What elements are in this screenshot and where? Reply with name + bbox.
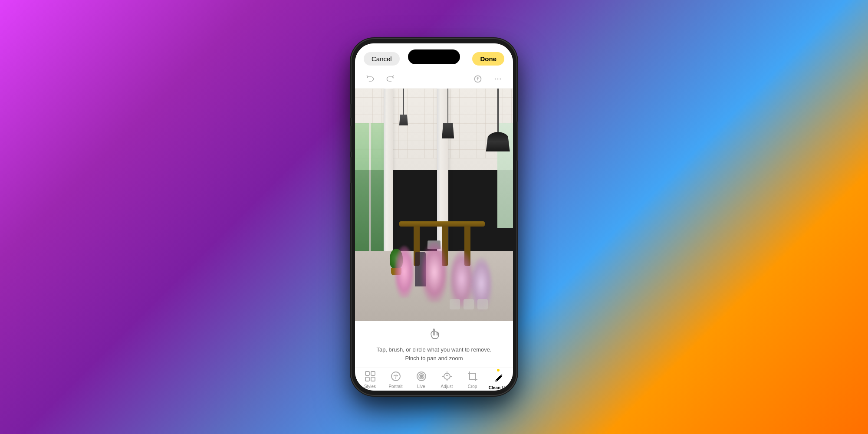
done-button[interactable]: Done xyxy=(472,52,504,66)
more-options-button[interactable] xyxy=(491,72,504,85)
svg-point-1 xyxy=(495,79,496,80)
crop-label: Crop xyxy=(468,384,477,389)
chair-3 xyxy=(477,299,488,309)
cancel-button[interactable]: Cancel xyxy=(364,52,400,66)
bottom-panel: Tap, brush, or circle what you want to r… xyxy=(355,321,513,391)
adjust-icon xyxy=(441,370,453,382)
phone-screen: Cancel Done xyxy=(355,43,513,391)
svg-rect-6 xyxy=(365,377,369,381)
phone-wrapper: Cancel Done xyxy=(352,39,516,395)
toolbar-live[interactable]: Live xyxy=(408,370,434,389)
chairs-row xyxy=(450,275,505,309)
live-icon xyxy=(415,370,427,382)
svg-point-10 xyxy=(420,375,423,378)
person-1 xyxy=(395,246,414,298)
styles-icon xyxy=(364,370,376,382)
portrait-icon: f xyxy=(390,370,402,382)
volume-up-button xyxy=(350,126,352,152)
lamp-center xyxy=(442,89,454,138)
edit-icons-row xyxy=(355,69,513,89)
lamp-left xyxy=(399,89,408,125)
svg-rect-5 xyxy=(371,372,375,375)
edit-icons-right xyxy=(471,72,504,85)
portrait-label: Portrait xyxy=(388,384,402,389)
edit-icons-left xyxy=(364,72,397,85)
styles-label: Styles xyxy=(364,384,376,389)
redo-button[interactable] xyxy=(384,72,397,85)
live-label: Live xyxy=(417,384,425,389)
chair-1 xyxy=(450,299,460,309)
toolbar: Styles f Portrait xyxy=(355,368,513,391)
scene xyxy=(355,89,513,321)
dynamic-island xyxy=(408,49,460,64)
edit-text-button[interactable] xyxy=(471,72,484,85)
window-divider xyxy=(369,123,371,251)
power-button xyxy=(516,122,518,161)
lamp-right xyxy=(486,89,510,151)
toolbar-crop[interactable]: Crop xyxy=(460,370,485,389)
person-2 xyxy=(421,242,447,302)
svg-rect-18 xyxy=(470,373,476,379)
svg-point-3 xyxy=(500,79,501,80)
adjust-label: Adjust xyxy=(441,384,453,389)
volume-down-button xyxy=(350,157,352,183)
undo-button[interactable] xyxy=(364,72,377,85)
crop-icon xyxy=(467,370,479,382)
svg-point-2 xyxy=(497,79,499,80)
svg-point-13 xyxy=(444,373,450,379)
toolbar-portrait[interactable]: f Portrait xyxy=(383,370,408,389)
cleanup-icon xyxy=(492,372,504,384)
svg-rect-4 xyxy=(365,372,369,375)
svg-rect-7 xyxy=(371,377,375,381)
brush-icon xyxy=(424,326,444,342)
instruction-text: Tap, brush, or circle what you want to r… xyxy=(376,345,491,362)
toolbar-adjust[interactable]: Adjust xyxy=(434,370,460,389)
windows-left xyxy=(355,123,384,251)
photo-area[interactable] xyxy=(355,89,513,321)
chair-2 xyxy=(464,299,474,309)
mute-button xyxy=(350,104,352,118)
